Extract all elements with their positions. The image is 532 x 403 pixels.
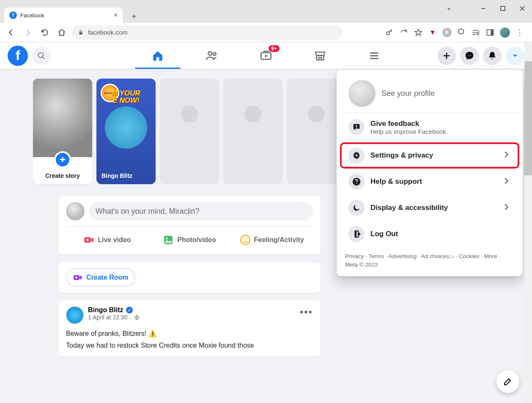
account-menu: See your profile Give feedback Help us i… (337, 70, 523, 276)
account-dropdown-button[interactable] (506, 46, 524, 65)
post-more-button[interactable]: ••• (300, 306, 313, 318)
messenger-button[interactable] (460, 46, 479, 65)
menu-profile-label: See your profile (381, 89, 435, 98)
story-overlay-text: M YOURE NOW! (96, 90, 156, 104)
notifications-button[interactable] (483, 46, 502, 65)
post-author-name[interactable]: Bingo Blitz ✓ (88, 306, 140, 314)
menu-settings-privacy[interactable]: Settings & privacy (341, 143, 518, 168)
plus-icon (442, 51, 451, 60)
svg-point-22 (166, 238, 168, 240)
footer-terms[interactable]: Terms (368, 253, 384, 259)
menu-profile-avatar (348, 80, 376, 107)
password-key-icon[interactable] (385, 28, 394, 37)
svg-point-24 (243, 238, 244, 240)
menu-display-accessibility[interactable]: Display & accessibility (341, 196, 518, 220)
menu-feedback-sub: Help us improve Facebook. (370, 128, 511, 135)
footer-advertising[interactable]: Advertising (389, 253, 417, 259)
window-close-button[interactable] (513, 0, 532, 17)
nav-marketplace[interactable] (295, 43, 346, 69)
post-body: Beware of pranks, Blitzers! ⚠️ Today we … (66, 329, 313, 351)
composer-avatar[interactable] (66, 202, 85, 221)
tab-close-button[interactable]: × (114, 11, 118, 19)
menu-help-support[interactable]: Help & support (341, 169, 518, 194)
nav-watch[interactable]: 9+ (241, 43, 291, 69)
story-placeholder-1[interactable] (160, 79, 219, 184)
nav-friends[interactable] (186, 43, 237, 69)
menu-see-profile[interactable]: See your profile (341, 74, 518, 113)
svg-point-35 (356, 183, 357, 184)
fb-topnav: 9+ (132, 43, 400, 69)
browser-tabstrip: f Facebook × + (0, 6, 532, 23)
post-composer: What's on your mind, Miraclin? Live vide… (58, 196, 321, 255)
scrollbar-thumb[interactable] (524, 61, 532, 175)
address-bar[interactable]: facebook.com (72, 25, 343, 40)
search-icon (37, 52, 46, 60)
footer-adchoices[interactable]: Ad choices (421, 253, 449, 259)
story-create-label: Create story (33, 172, 92, 179)
menu-settings-label: Settings & privacy (370, 151, 496, 160)
composer-feeling[interactable]: Feeling/Activity (230, 231, 313, 249)
new-message-fab[interactable] (496, 370, 519, 393)
chrome-menu-icon[interactable]: ⋮ (515, 28, 524, 37)
svg-point-10 (208, 52, 212, 55)
facebook-favicon: f (9, 11, 17, 19)
chrome-profile-avatar[interactable] (500, 27, 510, 38)
story-bingo-label: Bingo Blitz (96, 172, 156, 179)
fb-logo[interactable]: f (8, 46, 28, 66)
window-minimize-button[interactable] (474, 0, 493, 17)
page-scrollbar[interactable] (524, 42, 532, 403)
back-button[interactable] (4, 26, 18, 39)
post-author-avatar[interactable] (66, 306, 84, 324)
nav-menu[interactable] (349, 43, 400, 69)
composer-photo-video[interactable]: Photo/video (148, 231, 231, 249)
mcafee-icon[interactable]: ▼ (428, 28, 437, 37)
svg-point-5 (387, 32, 389, 35)
story-create-image (33, 79, 92, 157)
chevron-right-icon (502, 150, 511, 161)
toolbar-right: ▼ K ⋮ (385, 27, 528, 38)
gear-icon (348, 147, 365, 163)
forward-button[interactable] (21, 26, 35, 39)
composer-feeling-label: Feeling/Activity (254, 236, 304, 244)
story-placeholder-2[interactable] (223, 79, 282, 184)
share-icon[interactable] (399, 28, 409, 37)
extension-k-icon[interactable]: K (442, 28, 452, 37)
marketplace-icon (314, 49, 326, 62)
feed-post: Bingo Blitz ✓ 1 April at 22:30 · ••• Bew… (58, 300, 321, 357)
side-panel-icon[interactable] (485, 28, 495, 37)
url-text: facebook.com (88, 29, 127, 36)
bookmark-star-icon[interactable] (414, 28, 423, 37)
window-dropdown-icon[interactable]: ⌄ (446, 3, 452, 11)
fb-search-button[interactable] (32, 46, 51, 65)
nav-home[interactable] (132, 43, 183, 69)
browser-tab-facebook[interactable]: f Facebook × (4, 8, 123, 23)
footer-privacy[interactable]: Privacy (345, 253, 364, 259)
story-cat-image (105, 106, 147, 149)
create-button[interactable] (437, 46, 456, 65)
window-maximize-button[interactable] (493, 0, 513, 17)
create-room-button[interactable]: Create Room (66, 268, 135, 287)
window-titlebar (0, 0, 532, 6)
adchoices-icon: ▷ (450, 253, 454, 260)
composer-input[interactable]: What's on your mind, Miraclin? (89, 202, 313, 221)
edit-icon (503, 376, 513, 387)
composer-live-video[interactable]: Live video (66, 231, 148, 249)
reload-button[interactable] (38, 26, 52, 39)
svg-point-11 (213, 52, 216, 55)
extensions-puzzle-icon[interactable] (457, 28, 466, 37)
menu-give-feedback[interactable]: Give feedback Help us improve Facebook. (341, 115, 518, 139)
home-button[interactable] (55, 26, 69, 39)
media-playlist-icon[interactable] (471, 28, 480, 37)
footer-cookies[interactable]: Cookies (459, 253, 480, 259)
chevron-right-icon (502, 202, 511, 213)
logout-icon (348, 226, 365, 242)
story-create-plus-icon: + (54, 151, 71, 168)
story-bingo-blitz[interactable]: BINGO M YOURE NOW! Bingo Blitz (96, 79, 156, 184)
new-tab-button[interactable]: + (128, 10, 140, 23)
footer-more[interactable]: More (484, 253, 497, 259)
story-create[interactable]: + Create story (33, 79, 92, 184)
friends-icon (206, 49, 218, 62)
svg-point-31 (356, 128, 357, 128)
menu-logout[interactable]: Log Out (341, 222, 518, 246)
fb-header-right (437, 46, 524, 65)
